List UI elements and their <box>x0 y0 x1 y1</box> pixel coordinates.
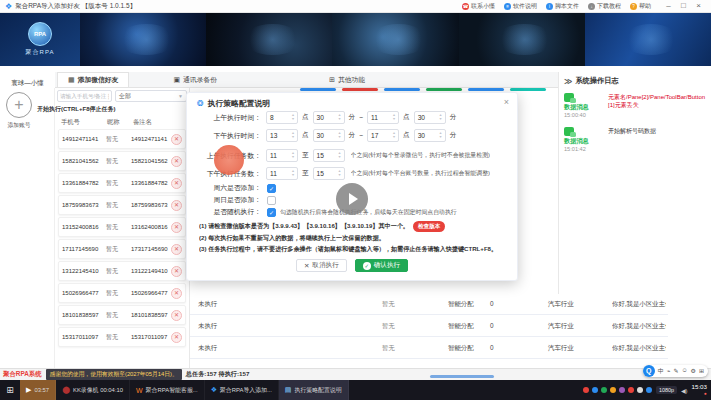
titlebar-menu-item[interactable]: ↓ 下载教程 <box>588 2 621 11</box>
task-table-row[interactable]: 未执行 暂无 智能分配 0 汽车行业 你好,我是小区业主什么的 <box>190 315 668 337</box>
pm-count-from-stepper[interactable]: 11▲▼ <box>266 167 298 180</box>
pm-minute-stepper[interactable]: 30▲▼ <box>313 129 345 142</box>
carousel-indicator[interactable] <box>426 88 462 91</box>
banner-image[interactable] <box>585 13 711 66</box>
phone-list-item[interactable]: 13361884782 暂无 13361884782 ✕ <box>58 173 186 193</box>
collapse-icon[interactable]: ≫ <box>564 77 572 86</box>
stepper-arrows-icon[interactable]: ▲▼ <box>336 152 344 159</box>
ime-tool-icon[interactable]: ✎ <box>673 367 678 376</box>
resolution-chip[interactable]: 1080p <box>656 386 677 394</box>
am-hour-end-stepper[interactable]: 11▲▼ <box>367 111 399 124</box>
delete-icon[interactable]: ✕ <box>171 288 182 299</box>
am-minute-stepper[interactable]: 30▲▼ <box>313 111 345 124</box>
tray-icon[interactable] <box>646 387 652 393</box>
phone-list-item[interactable]: 15317011097 暂无 15317011097 ✕ <box>58 327 186 347</box>
phone-list-item[interactable]: 13152400816 暂无 13162400816 ✕ <box>58 217 186 237</box>
phone-list-item[interactable]: 15026966477 暂无 15026966477 ✕ <box>58 283 186 303</box>
taskbar-item[interactable]: ⬤ KK录像机 00:04:10 <box>56 380 130 400</box>
tab[interactable]: ⊞ 其他功能 <box>319 72 375 87</box>
ime-tool-icon[interactable]: ⌁ <box>667 367 671 376</box>
saturday-checkbox[interactable]: ✓ <box>267 184 276 193</box>
phone-list-item[interactable]: 15821041562 暂无 15821041562 ✕ <box>58 151 186 171</box>
taskbar-clock[interactable]: 15:03 ● <box>692 384 707 396</box>
pm-count-to-stepper[interactable]: 15▲▼ <box>313 167 345 180</box>
tray-icon[interactable] <box>628 387 634 393</box>
ime-tool-icon[interactable]: ⚙ <box>691 367 696 376</box>
dialog-close-icon[interactable]: × <box>504 97 509 107</box>
pm-minute-end-stepper[interactable]: 30▲▼ <box>414 129 446 142</box>
banner-image[interactable] <box>332 13 458 66</box>
video-play-overlay[interactable] <box>336 183 368 215</box>
carousel-indicator[interactable] <box>300 88 336 91</box>
task-table-row[interactable]: 未执行 暂无 智能分配 0 汽车行业 你好,我是小区业主什么的 <box>190 293 668 315</box>
carousel-indicator[interactable] <box>342 88 378 91</box>
phone-list-item[interactable]: 17117145690 暂无 17317145690 ✕ <box>58 239 186 259</box>
tray-icon[interactable] <box>601 387 607 393</box>
stepper-arrows-icon[interactable]: ▲▼ <box>336 170 344 177</box>
phone-list-item[interactable]: 14912471141 暂无 14912471141 ✕ <box>58 129 186 149</box>
start-button[interactable]: ⊞ <box>0 380 20 400</box>
stepper-arrows-icon[interactable]: ▲▼ <box>289 132 297 139</box>
execute-hint[interactable]: 开始执行(CTRL+F8停止任务) <box>37 105 116 114</box>
phone-list-item[interactable]: 18101838597 暂无 18101838597 ✕ <box>58 305 186 325</box>
am-count-from-stepper[interactable]: 11▲▼ <box>266 149 298 162</box>
pm-hour-end-stepper[interactable]: 17▲▼ <box>367 129 399 142</box>
tray-icon[interactable] <box>583 387 589 393</box>
delete-icon[interactable]: ✕ <box>171 178 182 189</box>
carousel-indicator[interactable] <box>510 88 546 91</box>
titlebar-menu-item[interactable]: ? 帮助 <box>630 2 651 11</box>
ime-tool-icon[interactable]: ☺ <box>681 367 687 376</box>
tab[interactable]: ▣ 通讯录备份 <box>163 72 227 87</box>
carousel-indicator[interactable] <box>384 88 420 91</box>
ime-tool-icon[interactable]: ⊞ <box>699 367 704 376</box>
tray-icon[interactable] <box>619 387 625 393</box>
confirm-execute-button[interactable]: ✓ 确认执行 <box>355 259 408 272</box>
stepper-arrows-icon[interactable]: ▲▼ <box>437 132 445 139</box>
tray-icon[interactable] <box>592 387 598 393</box>
delete-icon[interactable]: ✕ <box>171 222 182 233</box>
minimize-button[interactable]: – <box>661 0 676 12</box>
taskbar-item[interactable]: ❖ 聚合RPA导入添加... <box>205 380 279 400</box>
phone-list-item[interactable]: 18759983673 暂无 18759983673 ✕ <box>58 195 186 215</box>
ime-logo-icon[interactable]: Q <box>643 365 655 377</box>
taskbar-item[interactable]: W 聚合RPA智能客服... <box>130 380 205 400</box>
delete-icon[interactable]: ✕ <box>171 156 182 167</box>
delete-icon[interactable]: ✕ <box>171 310 182 321</box>
stepper-arrows-icon[interactable]: ▲▼ <box>437 114 445 121</box>
stepper-arrows-icon[interactable]: ▲▼ <box>336 114 344 121</box>
tray-icon[interactable] <box>610 387 616 393</box>
taskbar-item[interactable]: ▶ 03:57 <box>20 380 56 400</box>
task-table-row[interactable]: 未执行 暂无 智能分配 0 汽车行业 你好,我是小区业主什么的 <box>190 337 668 359</box>
random-checkbox[interactable]: ✓ <box>267 208 276 217</box>
banner-image[interactable] <box>459 13 585 66</box>
ime-tool-icon[interactable]: 中 <box>658 367 664 376</box>
sunday-checkbox[interactable] <box>267 196 276 205</box>
am-hour-stepper[interactable]: 8▲▼ <box>266 111 298 124</box>
delete-icon[interactable]: ✕ <box>171 134 182 145</box>
check-version-button[interactable]: 检查版本 <box>413 221 445 232</box>
am-minute-end-stepper[interactable]: 30▲▼ <box>414 111 446 124</box>
pm-hour-stepper[interactable]: 13▲▼ <box>266 129 298 142</box>
titlebar-menu-item[interactable]: ☎ 联系小懂 <box>462 2 495 11</box>
delete-icon[interactable]: ✕ <box>171 266 182 277</box>
carousel-indicator[interactable] <box>468 88 504 91</box>
maximize-button[interactable]: □ <box>676 0 691 12</box>
stepper-arrows-icon[interactable]: ▲▼ <box>390 132 398 139</box>
delete-icon[interactable]: ✕ <box>171 200 182 211</box>
banner-image[interactable] <box>206 13 332 66</box>
cancel-execute-button[interactable]: ✕ 取消执行 <box>296 259 347 272</box>
tray-icon[interactable] <box>637 387 643 393</box>
close-button[interactable]: × <box>691 0 706 12</box>
tab[interactable]: ▦ 添加微信好友 <box>57 72 129 87</box>
search-input[interactable] <box>57 90 112 102</box>
filter-dropdown[interactable]: 全部 ▼ <box>115 90 187 102</box>
stepper-arrows-icon[interactable]: ▲▼ <box>289 170 297 177</box>
banner-image[interactable] <box>80 13 206 66</box>
titlebar-menu-item[interactable]: ≡ 软件说明 <box>504 2 537 11</box>
stepper-arrows-icon[interactable]: ▲▼ <box>289 114 297 121</box>
add-account-button[interactable]: + <box>6 92 32 118</box>
titlebar-menu-item[interactable]: i 脚本文件 <box>546 2 579 11</box>
delete-icon[interactable]: ✕ <box>171 332 182 343</box>
stepper-arrows-icon[interactable]: ▲▼ <box>289 152 297 159</box>
delete-icon[interactable]: ✕ <box>171 244 182 255</box>
